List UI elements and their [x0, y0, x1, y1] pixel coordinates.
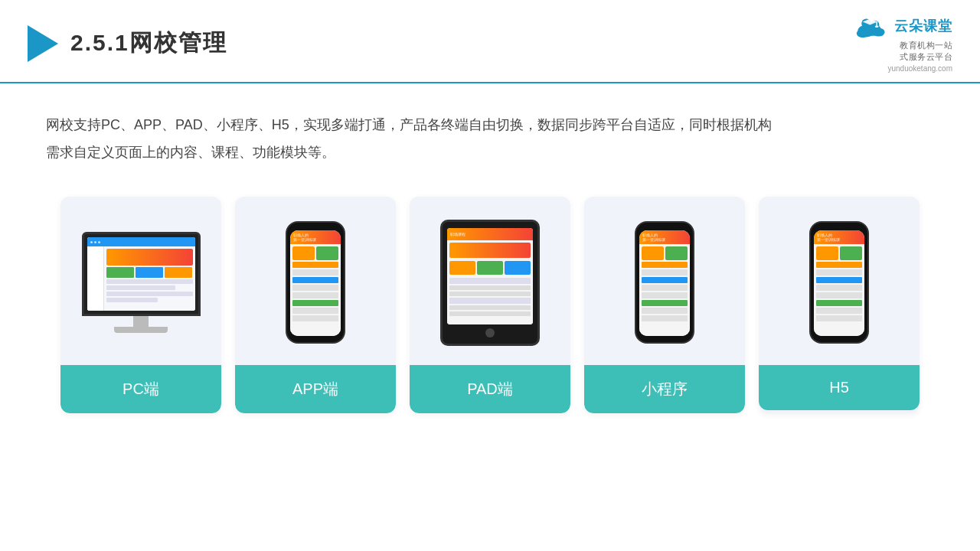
monitor-mockup	[80, 232, 202, 333]
description-text: 网校支持PC、APP、PAD、小程序、H5，实现多端打通，产品各终端自由切换，数…	[46, 111, 934, 166]
card-pc-label: PC端	[60, 365, 221, 413]
logo-sub1: 教育机构一站 式服务云平台	[900, 40, 952, 63]
phone-mini-screen: 职场人的第一堂训练课	[639, 230, 690, 336]
phone-notch	[307, 223, 324, 227]
phone-app-mockup: 职场人的第一堂训练课	[286, 221, 345, 344]
cloud-logo-icon	[853, 14, 890, 38]
card-h5-image: 职场人的第一堂训练课	[759, 197, 920, 365]
card-miniprogram-image: 职场人的第一堂训练课	[584, 197, 745, 365]
tablet-home-btn	[485, 328, 495, 337]
card-pc-image	[60, 197, 221, 365]
card-pc: PC端	[60, 197, 221, 413]
tablet-screen: 职场课程	[447, 228, 533, 324]
phone-screen: 职场人的第一堂训练课	[290, 230, 341, 336]
description: 网校支持PC、APP、PAD、小程序、H5，实现多端打通，产品各终端自由切换，数…	[0, 83, 980, 181]
logo-url: yunduoketang.com	[887, 64, 952, 73]
phone-h5-mockup: 职场人的第一堂训练课	[809, 221, 869, 344]
page-title: 2.5.1网校管理	[70, 28, 227, 59]
phone-h5-notch	[831, 223, 848, 227]
phone-h5-screen: 职场人的第一堂训练课	[814, 230, 864, 336]
header-left: 2.5.1网校管理	[28, 25, 227, 62]
card-miniprogram: 职场人的第一堂训练课	[584, 197, 745, 413]
card-h5: 职场人的第一堂训练课	[759, 197, 920, 413]
card-pad-image: 职场课程	[410, 197, 570, 365]
phone-mini-mockup: 职场人的第一堂训练课	[635, 221, 694, 344]
card-app-image: 职场人的第一堂训练课	[235, 197, 396, 365]
card-app-label: APP端	[235, 365, 396, 413]
svg-point-10	[875, 26, 879, 28]
card-h5-label: H5	[759, 365, 920, 410]
logo-cloud: 云朵课堂	[853, 14, 952, 38]
card-miniprogram-label: 小程序	[584, 365, 745, 413]
card-pad: 职场课程	[410, 197, 570, 413]
card-app: 职场人的第一堂训练课	[235, 197, 396, 413]
tablet-mockup: 职场课程	[440, 220, 540, 346]
cards-container: PC端 职场人的第一堂训练课	[0, 181, 980, 413]
card-pad-label: PAD端	[410, 365, 570, 413]
phone-mini-notch	[656, 223, 673, 227]
header: 2.5.1网校管理 云朵课堂 教育机构一站 式服务云平台	[0, 0, 980, 83]
play-icon	[28, 25, 58, 62]
svg-rect-9	[876, 21, 877, 26]
svg-rect-7	[859, 31, 884, 35]
logo-area: 云朵课堂 教育机构一站 式服务云平台 yunduoketang.com	[853, 14, 952, 73]
logo-text: 云朵课堂	[894, 17, 952, 35]
